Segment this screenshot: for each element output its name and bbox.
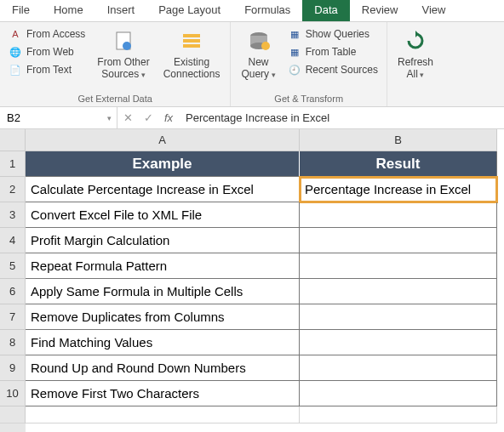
from-text-button[interactable]: 📄 From Text — [5, 61, 89, 78]
header-cell[interactable]: Result — [300, 151, 497, 177]
ribbon: A From Access 🌐 From Web 📄 From Text Fro… — [0, 22, 504, 107]
show-queries-button[interactable]: ▦ Show Queries — [284, 26, 381, 43]
cell[interactable] — [300, 253, 497, 279]
svg-rect-4 — [183, 44, 200, 48]
label: From Table — [306, 46, 357, 58]
from-other-sources-button[interactable]: From Other Sources — [92, 26, 154, 92]
formula-value[interactable]: Percentage Increase in Excel — [179, 111, 504, 124]
tab-formulas[interactable]: Formulas — [232, 0, 302, 21]
connections-icon — [178, 27, 205, 54]
queries-icon: ▦ — [288, 27, 301, 41]
row-header[interactable]: 7 — [0, 304, 26, 330]
label: New Query — [241, 56, 275, 81]
formula-bar: B2 ✕ ✓ fx Percentage Increase in Excel — [0, 107, 504, 129]
cell[interactable]: Remove Duplicates from Columns — [26, 304, 300, 330]
group-label — [392, 92, 438, 106]
row-headers: 12345678910 — [0, 129, 26, 432]
cancel-icon[interactable]: ✕ — [117, 111, 138, 124]
cell[interactable] — [26, 406, 300, 423]
label: Recent Sources — [306, 64, 378, 76]
svg-rect-3 — [183, 39, 200, 43]
cell[interactable] — [300, 406, 497, 423]
cell[interactable] — [300, 279, 497, 304]
select-all-corner[interactable] — [0, 129, 26, 151]
column-headers: A B — [26, 129, 504, 151]
row-header[interactable]: 4 — [0, 228, 26, 253]
name-box[interactable]: B2 — [0, 107, 117, 128]
group-label: Get & Transform — [236, 92, 381, 106]
from-web-button[interactable]: 🌐 From Web — [5, 43, 89, 60]
tab-file[interactable]: File — [0, 0, 42, 21]
from-table-button[interactable]: ▦ From Table — [284, 43, 381, 60]
row-header[interactable]: 2 — [0, 177, 26, 202]
label: Refresh All — [398, 56, 433, 81]
group-get-transform: New Query ▦ Show Queries ▦ From Table 🕘 … — [231, 22, 387, 106]
web-icon: 🌐 — [9, 45, 22, 59]
cell[interactable]: Round Up and Round Down Numbers — [26, 355, 300, 381]
row-header[interactable]: 5 — [0, 253, 26, 279]
row-header[interactable]: 9 — [0, 355, 26, 381]
text-icon: 📄 — [9, 63, 22, 77]
worksheet-grid: 12345678910 A B ExampleResultCalculate P… — [0, 129, 504, 432]
svg-point-1 — [123, 42, 131, 50]
group-get-external-data: A From Access 🌐 From Web 📄 From Text Fro… — [0, 22, 231, 106]
recent-icon: 🕘 — [288, 63, 301, 77]
cell[interactable]: Profit Margin Calculation — [26, 228, 300, 253]
cell[interactable]: Apply Same Formula in Multiple Cells — [26, 279, 300, 304]
recent-sources-button[interactable]: 🕘 Recent Sources — [284, 61, 381, 78]
cell[interactable]: Repeat Formula Pattern — [26, 253, 300, 279]
cell[interactable] — [300, 304, 497, 330]
row-header[interactable]: 1 — [0, 151, 26, 177]
new-query-button[interactable]: New Query — [236, 26, 280, 92]
cell[interactable]: Remove First Two Characters — [26, 381, 300, 406]
label: From Text — [26, 64, 72, 76]
existing-connections-button[interactable]: Existing Connections — [158, 26, 226, 92]
columns-area: A B ExampleResultCalculate Percentage In… — [26, 129, 504, 432]
tab-home[interactable]: Home — [42, 0, 95, 21]
column-header-a[interactable]: A — [26, 129, 300, 151]
formula-buttons: ✕ ✓ fx — [117, 107, 179, 128]
row-header[interactable]: 10 — [0, 381, 26, 406]
tab-insert[interactable]: Insert — [95, 0, 147, 21]
row-header[interactable]: 6 — [0, 279, 26, 304]
cell[interactable]: Percentage Increase in Excel — [300, 177, 497, 202]
svg-point-8 — [261, 42, 270, 50]
label: Show Queries — [306, 28, 369, 40]
row-header[interactable]: 3 — [0, 202, 26, 228]
header-cell[interactable]: Example — [26, 151, 300, 177]
group-refresh: Refresh All — [387, 22, 444, 106]
cell[interactable] — [300, 330, 497, 355]
label: From Other Sources — [97, 56, 149, 81]
label: Existing Connections — [163, 56, 220, 81]
cell[interactable]: Find Matching Values — [26, 330, 300, 355]
svg-marker-9 — [415, 31, 419, 37]
group-label: Get External Data — [5, 92, 225, 106]
access-icon: A — [9, 27, 22, 41]
fx-icon[interactable]: fx — [158, 111, 179, 124]
ribbon-tabs: FileHomeInsertPage LayoutFormulasDataRev… — [0, 0, 504, 22]
enter-icon[interactable]: ✓ — [138, 111, 158, 124]
tab-view[interactable]: View — [410, 0, 457, 21]
cell[interactable] — [300, 202, 497, 228]
label: From Web — [26, 46, 74, 58]
cell[interactable]: Calculate Percentage Increase in Excel — [26, 177, 300, 202]
tab-data[interactable]: Data — [302, 0, 349, 21]
tab-review[interactable]: Review — [350, 0, 410, 21]
row-header[interactable]: 8 — [0, 330, 26, 355]
cell[interactable]: Convert Excel File to XML File — [26, 202, 300, 228]
other-sources-icon — [110, 27, 137, 54]
cell[interactable] — [300, 381, 497, 406]
new-query-icon — [245, 27, 272, 54]
from-access-button[interactable]: A From Access — [5, 26, 89, 43]
name-box-value: B2 — [7, 111, 20, 124]
tab-page-layout[interactable]: Page Layout — [146, 0, 232, 21]
label: From Access — [26, 28, 85, 40]
refresh-icon — [402, 27, 429, 54]
table-icon: ▦ — [288, 45, 301, 59]
cell[interactable] — [300, 355, 497, 381]
refresh-all-button[interactable]: Refresh All — [392, 26, 438, 92]
column-header-b[interactable]: B — [300, 129, 497, 151]
svg-rect-2 — [183, 34, 200, 37]
cell[interactable] — [300, 228, 497, 253]
